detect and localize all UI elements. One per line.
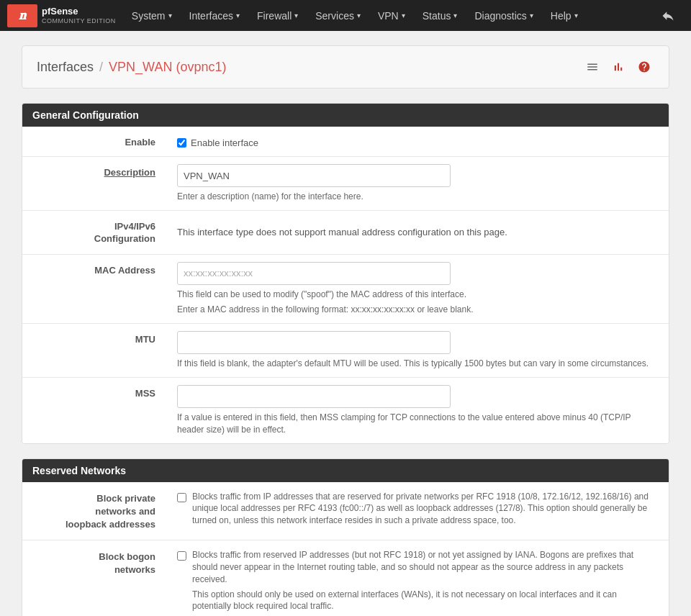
nav-items: System ▾ Interfaces ▾ Firewall ▾ Service…	[123, 0, 652, 31]
block-private-checkbox-row: Blocks traffic from IP addresses that ar…	[177, 491, 658, 527]
nav-item-help[interactable]: Help ▾	[542, 0, 587, 31]
enable-label: Enable	[22, 127, 166, 156]
nav-item-status[interactable]: Status ▾	[414, 0, 466, 31]
description-row: Description Enter a description (name) f…	[22, 157, 669, 211]
mss-help: If a value is entered in this field, the…	[177, 412, 658, 436]
logo-box: 𝐧	[7, 4, 37, 27]
breadcrumb: Interfaces / VPN_WAN (ovpnc1)	[37, 60, 226, 75]
mtu-help: If this field is blank, the adapter's de…	[177, 358, 658, 370]
block-bogon-checkbox[interactable]	[177, 551, 186, 561]
logo-text-edition: COMMUNITY EDITION	[42, 17, 116, 25]
mtu-row: MTU If this field is blank, the adapter'…	[22, 324, 669, 378]
enable-row: Enable Enable interface	[22, 127, 669, 157]
block-private-row: Block private networks and loopback addr…	[22, 482, 669, 541]
mtu-label: MTU	[22, 324, 166, 377]
logo-text-pfsense: pfSense	[42, 6, 116, 17]
reserved-networks-heading: Reserved Networks	[22, 459, 669, 482]
mss-row: MSS If a value is entered in this field,…	[22, 378, 669, 443]
mac-input[interactable]	[177, 262, 451, 285]
nav-right	[652, 0, 684, 31]
mac-row: MAC Address This field can be used to mo…	[22, 255, 669, 325]
nav-logout[interactable]	[652, 0, 684, 31]
help-icon[interactable]	[634, 57, 654, 77]
mtu-input[interactable]	[177, 331, 451, 354]
caret-icon: ▾	[294, 12, 298, 19]
block-bogon-label: Block bogon networks	[22, 540, 166, 616]
enable-checkbox-label: Enable interface	[191, 137, 258, 148]
breadcrumb-current: VPN_WAN (ovpnc1)	[109, 60, 226, 75]
caret-icon: ▾	[357, 12, 361, 19]
enable-checkbox[interactable]	[177, 138, 186, 148]
caret-icon: ▾	[574, 12, 578, 19]
block-private-content: Blocks traffic from IP addresses that ar…	[166, 482, 669, 540]
page-header: Interfaces / VPN_WAN (ovpnc1)	[22, 45, 669, 89]
caret-icon: ▾	[453, 12, 457, 19]
general-config-body: Enable Enable interface Description Ente…	[22, 127, 669, 443]
logo-text: pfSense COMMUNITY EDITION	[42, 6, 116, 24]
mtu-content: If this field is blank, the adapter's de…	[166, 324, 669, 377]
caret-icon: ▾	[168, 12, 172, 19]
navbar: 𝐧 pfSense COMMUNITY EDITION System ▾ Int…	[0, 0, 691, 31]
general-config-panel: General Configuration Enable Enable inte…	[22, 103, 669, 444]
ipv4-row: IPv4/IPv6 Configuration This interface t…	[22, 211, 669, 255]
description-content: Enter a description (name) for the inter…	[166, 157, 669, 210]
nav-item-firewall[interactable]: Firewall ▾	[248, 0, 307, 31]
block-bogon-help1: Blocks traffic from reserved IP addresse…	[192, 549, 658, 585]
ipv4-content: This interface type does not support man…	[166, 211, 669, 254]
breadcrumb-section: Interfaces	[37, 60, 94, 75]
mss-input[interactable]	[177, 385, 451, 408]
mac-help2: Enter a MAC address in the following for…	[177, 304, 658, 316]
description-label: Description	[22, 157, 166, 210]
reserved-networks-panel: Reserved Networks Block private networks…	[22, 458, 669, 616]
mac-label: MAC Address	[22, 255, 166, 324]
general-config-heading: General Configuration	[22, 104, 669, 127]
nav-item-services[interactable]: Services ▾	[307, 0, 369, 31]
caret-icon: ▾	[530, 12, 533, 19]
nav-item-system[interactable]: System ▾	[123, 0, 181, 31]
block-bogon-row: Block bogon networks Blocks traffic from…	[22, 540, 669, 616]
settings-icon[interactable]	[582, 57, 602, 77]
breadcrumb-separator: /	[99, 60, 103, 75]
header-icons	[582, 57, 654, 77]
nav-item-interfaces[interactable]: Interfaces ▾	[181, 0, 248, 31]
caret-icon: ▾	[236, 12, 240, 19]
page-container: Interfaces / VPN_WAN (ovpnc1)	[0, 31, 691, 616]
block-bogon-checkbox-row: Blocks traffic from reserved IP addresse…	[177, 549, 658, 616]
nav-item-vpn[interactable]: VPN ▾	[369, 0, 414, 31]
mss-label: MSS	[22, 378, 166, 443]
block-bogon-content: Blocks traffic from reserved IP addresse…	[166, 540, 669, 616]
block-bogon-helps: Blocks traffic from reserved IP addresse…	[192, 549, 658, 616]
enable-content: Enable interface	[166, 127, 669, 156]
mss-content: If a value is entered in this field, the…	[166, 378, 669, 443]
chart-icon[interactable]	[608, 57, 628, 77]
block-private-checkbox[interactable]	[177, 492, 186, 503]
block-private-label: Block private networks and loopback addr…	[22, 482, 166, 540]
ipv4-text: This interface type does not support man…	[177, 227, 507, 237]
caret-icon: ▾	[402, 12, 405, 19]
navbar-brand: 𝐧 pfSense COMMUNITY EDITION	[7, 4, 116, 27]
logo-icon: 𝐧	[19, 8, 26, 23]
block-private-help: Blocks traffic from IP addresses that ar…	[192, 491, 658, 527]
description-help: Enter a description (name) for the inter…	[177, 191, 658, 203]
block-bogon-help2: This option should only be used on exter…	[192, 589, 658, 613]
ipv4-label: IPv4/IPv6 Configuration	[22, 211, 166, 254]
description-input[interactable]	[177, 164, 451, 187]
logout-icon	[661, 9, 675, 23]
reserved-networks-body: Block private networks and loopback addr…	[22, 482, 669, 616]
mac-content: This field can be used to modify ("spoof…	[166, 255, 669, 324]
mac-help1: This field can be used to modify ("spoof…	[177, 289, 658, 301]
nav-item-diagnostics[interactable]: Diagnostics ▾	[466, 0, 541, 31]
